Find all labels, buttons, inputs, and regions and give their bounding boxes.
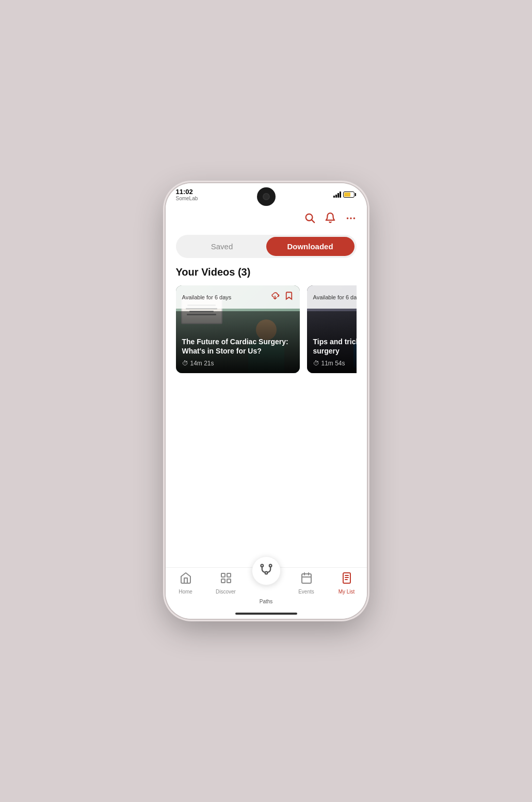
signal-bars [333,191,341,198]
card-top-bar-2: Available for 6 days [307,285,357,309]
saved-tab[interactable]: Saved [178,237,266,256]
status-left: 11:02 SomeLab [176,188,198,201]
mylist-icon [341,572,353,587]
home-icon [180,572,192,587]
videos-scroll: Available for 6 days [166,285,367,567]
svg-rect-12 [302,574,311,583]
card-duration-1: ⏱ 14m 21s [182,360,294,367]
tab-switcher: Saved Downloaded [176,235,357,258]
home-indicator [166,608,367,619]
card-title-2: Tips and tricks redo mitral surgery [313,337,357,356]
nav-label-events: Events [298,589,314,595]
card-bottom-2: Tips and tricks redo mitral surgery ⏱ 11… [307,311,357,373]
clock-icon-1: ⏱ [182,360,188,367]
clock-icon-2: ⏱ [313,360,319,367]
header [166,206,367,231]
card-title-1: The Future of Cardiac Surgery: What's in… [182,337,294,356]
search-icon[interactable] [304,212,315,227]
paths-center-button[interactable] [252,556,281,585]
downloaded-tab[interactable]: Downloaded [266,237,354,256]
battery-fill [344,193,351,197]
home-bar [235,613,297,615]
video-card-1[interactable]: Available for 6 days [176,285,300,373]
card-icons-1 [270,291,294,303]
bookmark-icon-1[interactable] [284,291,294,303]
notch [257,187,276,206]
svg-rect-11 [227,579,231,583]
nav-label-discover: Discover [216,589,236,595]
paths-floating-label: Paths [260,599,273,604]
status-bar: 11:02 SomeLab [166,183,367,206]
status-icons [333,191,354,198]
battery-icon [343,191,354,198]
more-options-icon[interactable] [345,213,357,227]
nav-item-home[interactable]: Home [166,572,206,595]
events-icon [300,572,313,587]
status-carrier: SomeLab [176,196,198,201]
svg-line-1 [312,220,314,222]
nav-item-mylist[interactable]: My List [327,572,367,595]
card-duration-2: ⏱ 11m 54s [313,360,357,367]
nav-item-events[interactable]: Events [286,572,327,595]
nav-label-mylist: My List [338,589,355,595]
svg-point-2 [346,217,348,219]
section-title: Your Videos (3) [166,266,367,285]
nav-label-home: Home [179,589,192,595]
svg-point-4 [353,217,355,219]
phone-frame: 11:02 SomeLab [166,183,367,619]
nav-item-discover[interactable]: Discover [206,572,246,595]
bell-icon[interactable] [325,212,336,227]
svg-rect-8 [221,573,225,577]
card-bottom-1: The Future of Cardiac Surgery: What's in… [176,311,300,373]
card-top-bar-1: Available for 6 days [176,285,300,309]
videos-row: Available for 6 days [176,285,357,378]
app-content: Saved Downloaded Your Videos (3) Availab… [166,206,367,567]
video-card-2[interactable]: Available for 6 days [307,285,357,373]
available-text-2: Available for 6 days [313,294,357,300]
paths-icon [259,562,273,580]
camera-lens [263,193,270,200]
cloud-download-icon[interactable] [270,291,280,303]
discover-icon [220,572,232,587]
svg-rect-9 [227,573,231,577]
svg-rect-10 [221,579,225,583]
status-time: 11:02 [176,188,198,196]
available-text-1: Available for 6 days [182,294,232,300]
svg-point-3 [350,217,352,219]
